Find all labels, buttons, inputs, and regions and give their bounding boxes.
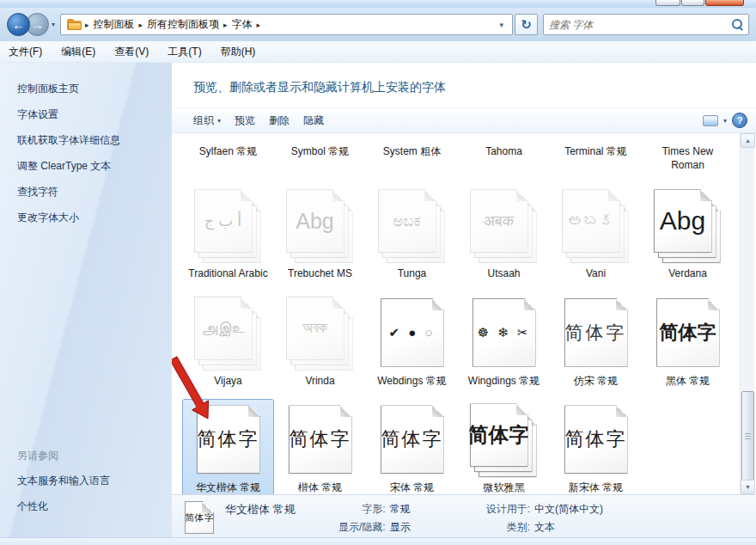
font-tile[interactable]: 简体字楷体 常规 bbox=[274, 399, 366, 494]
page-icon: ✔ ● ◌ bbox=[381, 298, 444, 367]
selected-font-icon: 简体字 bbox=[184, 500, 215, 535]
font-glyph: 简体字 bbox=[381, 426, 443, 452]
breadcrumb-item[interactable]: 所有控制面板项 bbox=[143, 17, 223, 32]
font-label: Vrinda bbox=[303, 375, 336, 389]
font-label: Trebuchet MS bbox=[286, 267, 354, 281]
maximize-button[interactable] bbox=[681, 0, 704, 6]
font-tile[interactable]: Symbol 常规 bbox=[274, 138, 366, 176]
font-tile[interactable]: అబకVani bbox=[550, 185, 642, 285]
font-icon: அஇஉ bbox=[192, 296, 265, 371]
font-glyph: Abg bbox=[296, 209, 333, 234]
scrollbar-thumb[interactable] bbox=[741, 391, 754, 481]
font-tile[interactable]: 简体字华文楷体 常规 bbox=[182, 399, 274, 494]
font-icon: 简体字 bbox=[468, 402, 540, 478]
font-tile[interactable]: ☸ ❄ ✂Wingdings 常规 bbox=[458, 292, 550, 393]
field-value: 常规 bbox=[390, 502, 411, 517]
font-tile[interactable]: Times New Roman bbox=[642, 138, 734, 176]
font-glyph: أ ب ج bbox=[204, 211, 242, 230]
sidebar-see-also-group: 另请参阅 文本服务和输入语言个性化 bbox=[17, 449, 172, 525]
font-tile[interactable]: 简体字新宋体 常规 bbox=[550, 399, 642, 494]
search-input[interactable] bbox=[549, 19, 732, 31]
font-tile[interactable]: अबकUtsaah bbox=[458, 185, 550, 285]
navigation-bar: ← → ▾ ▸控制面板▸所有控制面板项▸字体▸ ▾ ↻ bbox=[0, 8, 756, 41]
font-glyph: 简体字 bbox=[565, 426, 627, 452]
hide-button[interactable]: 隐藏 bbox=[303, 113, 324, 128]
font-icon: ಅಬಕ bbox=[376, 188, 448, 264]
sidebar-item-4[interactable]: 更改字体大小 bbox=[17, 211, 172, 225]
scroll-up-icon[interactable]: ▲ bbox=[741, 133, 755, 148]
font-glyph: 简体字 bbox=[468, 421, 530, 449]
font-glyph: 简体字 bbox=[660, 320, 716, 346]
details-fields-right: 设计用于: 中文(简体中文) 类别: 文本 bbox=[486, 502, 603, 535]
minimize-button[interactable] bbox=[655, 0, 680, 6]
recent-pages-dropdown-icon[interactable]: ▾ bbox=[52, 21, 55, 28]
sidebar-see-also-item-1[interactable]: 个性化 bbox=[17, 499, 172, 514]
font-tile[interactable]: ✔ ● ◌Webdings 常规 bbox=[366, 292, 458, 393]
details-pane: 简体字 华文楷体 常规 字形: 常规 显示/隐藏: 显示 设计用于: 中文(简体… bbox=[172, 494, 756, 537]
font-glyph: ☸ ❄ ✂ bbox=[478, 325, 531, 340]
font-icon: अबक bbox=[468, 188, 540, 264]
content-area: 预览、删除或者显示和隐藏计算机上安装的字体 组织 ▾ 预览 删除 隐藏 ▾ ? … bbox=[172, 63, 756, 537]
font-tile[interactable]: 简体字黑体 常规 bbox=[642, 292, 734, 393]
font-icon: ✔ ● ◌ bbox=[376, 296, 448, 371]
window-bottom-strip bbox=[0, 537, 756, 545]
font-tile[interactable]: AbgTrebuchet MS bbox=[274, 185, 366, 285]
sidebar-item-2[interactable]: 调整 ClearType 文本 bbox=[17, 159, 172, 174]
font-label: Tunga bbox=[396, 267, 429, 281]
page-icon: 简体字 bbox=[470, 403, 528, 467]
font-tile[interactable]: System 粗体 bbox=[366, 138, 458, 176]
delete-button[interactable]: 删除 bbox=[269, 113, 290, 128]
font-tile[interactable]: ಅಬಕTunga bbox=[366, 185, 458, 285]
font-tile[interactable]: অবকVrinda bbox=[274, 292, 366, 393]
font-tile[interactable]: 简体字仿宋 常规 bbox=[550, 292, 642, 393]
font-tile[interactable]: 简体字微软雅黑 bbox=[458, 399, 550, 494]
font-glyph: 简体字 bbox=[565, 321, 627, 345]
see-also-header: 另请参阅 bbox=[17, 449, 172, 463]
font-icon: 简体字 bbox=[284, 402, 357, 478]
sidebar-see-also-item-0[interactable]: 文本服务和输入语言 bbox=[17, 474, 172, 488]
refresh-button[interactable]: ↻ bbox=[515, 14, 538, 35]
red-arrow-annotation bbox=[172, 133, 232, 443]
font-icon: 简体字 bbox=[652, 296, 724, 371]
preview-button[interactable]: 预览 bbox=[235, 113, 255, 128]
breadcrumb-item[interactable]: 字体 bbox=[229, 17, 256, 32]
views-dropdown-icon[interactable]: ▾ bbox=[723, 117, 727, 125]
breadcrumb-item[interactable]: 控制面板 bbox=[90, 17, 138, 32]
scroll-down-icon[interactable]: ▼ bbox=[741, 480, 755, 494]
address-bar[interactable]: ▸控制面板▸所有控制面板项▸字体▸ ▾ bbox=[60, 14, 513, 35]
font-tile[interactable]: أ ب جTraditional Arabic bbox=[182, 185, 274, 285]
menu-item-3[interactable]: 工具(T) bbox=[168, 45, 201, 59]
font-tile[interactable]: அஇஉVijaya bbox=[182, 292, 274, 393]
menu-item-0[interactable]: 文件(F) bbox=[9, 45, 42, 59]
sidebar-item-1[interactable]: 联机获取字体详细信息 bbox=[17, 133, 172, 148]
menu-item-2[interactable]: 查看(V) bbox=[114, 45, 149, 59]
back-button[interactable]: ← bbox=[7, 13, 30, 36]
organize-button[interactable]: 组织 ▾ bbox=[193, 113, 221, 128]
font-glyph: 简体字 bbox=[198, 426, 259, 452]
page-icon: అబక bbox=[562, 189, 620, 253]
details-fields-left: 字形: 常规 显示/隐藏: 显示 bbox=[338, 502, 411, 535]
font-tile[interactable]: AbgVerdana bbox=[642, 185, 734, 285]
sidebar-item-control-panel-home[interactable]: 控制面板主页 bbox=[17, 82, 172, 96]
font-label: 微软雅黑 bbox=[482, 481, 527, 494]
help-icon[interactable]: ? bbox=[732, 113, 747, 128]
font-tile[interactable]: Terminal 常规 bbox=[550, 138, 642, 176]
close-button[interactable] bbox=[705, 0, 744, 6]
font-tile[interactable]: Sylfaen 常规 bbox=[182, 138, 274, 176]
views-icon[interactable] bbox=[703, 115, 718, 126]
page-icon: أ ب ج bbox=[194, 189, 253, 253]
search-icon[interactable] bbox=[732, 19, 743, 30]
field-label: 显示/隐藏: bbox=[338, 520, 386, 535]
sidebar-item-3[interactable]: 查找字符 bbox=[17, 185, 172, 199]
menu-item-4[interactable]: 帮助(H) bbox=[221, 45, 256, 59]
field-label: 类别: bbox=[486, 520, 530, 535]
sidebar-item-0[interactable]: 字体设置 bbox=[17, 107, 172, 122]
font-tile[interactable]: Tahoma bbox=[458, 138, 550, 176]
chevron-down-icon: ▾ bbox=[217, 117, 221, 125]
address-dropdown-icon[interactable]: ▾ bbox=[494, 21, 509, 29]
page-icon: 简体字 bbox=[289, 405, 352, 474]
font-icon: Abg bbox=[652, 188, 724, 264]
menu-item-1[interactable]: 编辑(E) bbox=[61, 45, 95, 59]
font-tile[interactable]: 简体字宋体 常规 bbox=[366, 399, 458, 494]
vertical-scrollbar[interactable]: ▲ ▼ bbox=[740, 133, 754, 494]
